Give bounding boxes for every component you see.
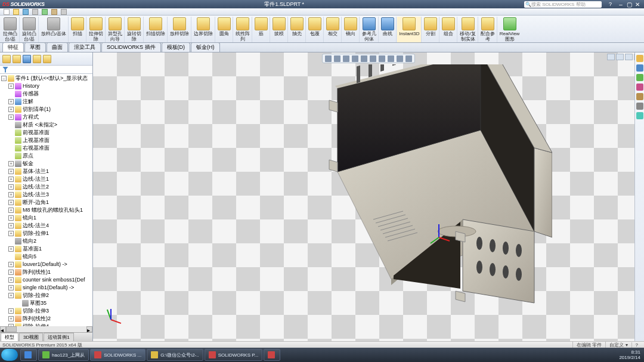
ribbon-圆角[interactable]: 圆角	[216, 17, 233, 42]
tree-item[interactable]: +边线-法兰2	[0, 183, 92, 191]
tree-item[interactable]: 材质 <未指定>	[0, 121, 92, 129]
ribbon-镜向[interactable]: 镜向	[342, 17, 360, 42]
svg-point-12	[516, 244, 522, 257]
tree-item[interactable]: +钣金	[0, 160, 92, 168]
ribbon-异型孔向导[interactable]: 异型孔向导	[106, 17, 125, 42]
status-help[interactable]: ?	[631, 342, 642, 348]
feature-icon	[503, 17, 516, 30]
tree-item[interactable]: +counter sink emboss1(Def	[0, 276, 92, 284]
tab-渲染工具[interactable]: 渲染工具	[69, 42, 101, 52]
tree-item[interactable]: +切除-拉伸1	[0, 230, 92, 237]
task-pane-strip[interactable]	[634, 52, 644, 341]
ribbon-放样凸基体[interactable]: 放样凸/基体	[39, 17, 69, 42]
ribbon-RealView图形[interactable]: RealView图形	[498, 17, 522, 42]
tree-item[interactable]: 传感器	[0, 90, 92, 98]
ribbon-曲线[interactable]: 曲线	[379, 17, 397, 42]
tree-item[interactable]: 镜向5	[0, 253, 92, 261]
tree-item[interactable]: +断开-边角1	[0, 199, 92, 206]
tree-item[interactable]: +注解	[0, 98, 92, 106]
taskbar-app[interactable]: SOLIDWORKS P...	[205, 349, 262, 361]
tree-item[interactable]: 原点	[0, 152, 92, 160]
tab-钣金(H)[interactable]: 钣金(H)	[191, 42, 220, 52]
ribbon-参考几何体[interactable]: 参考几何体	[360, 17, 379, 42]
feature-icon	[424, 17, 437, 30]
tree-item[interactable]: 草图35	[0, 299, 92, 307]
tree-item[interactable]: 镜向2	[0, 237, 92, 245]
tree-filter-bar[interactable]	[0, 66, 92, 74]
start-button[interactable]	[1, 349, 18, 361]
ribbon-筋[interactable]: 筋	[253, 17, 270, 42]
tree-item[interactable]: 右视基准面	[0, 144, 92, 152]
ribbon-分割[interactable]: 分割	[422, 17, 439, 42]
tree-item[interactable]: +M8 螺纹孔的螺纹孔钻头1	[0, 206, 92, 214]
tree-item[interactable]: +阵列(线性)1	[0, 268, 92, 276]
ribbon-扫描[interactable]: 扫描	[69, 17, 86, 42]
ribbon-抽壳[interactable]: 抽壳	[289, 17, 306, 42]
taskbar-app[interactable]	[264, 349, 280, 361]
feature-tree[interactable]: –零件1 (默认<<默认>_显示状态+History传感器+注解+切割清单(1)…	[0, 74, 92, 326]
heads-up-view-toolbar[interactable]	[322, 54, 415, 63]
tree-item[interactable]: +louver1(Default) ->	[0, 261, 92, 268]
window-controls[interactable]: –▢✕	[617, 1, 642, 8]
3d-viewport[interactable]	[93, 52, 644, 341]
ribbon-相交[interactable]: 相交	[324, 17, 342, 42]
tree-item[interactable]: +边线-法兰4	[0, 222, 92, 230]
tree-item[interactable]: +切除-拉伸2	[0, 292, 92, 299]
ribbon-边界切除[interactable]: 边界切除	[192, 17, 215, 42]
tree-tab-模型[interactable]: 模型	[1, 333, 18, 341]
tree-item[interactable]: +single rib1(Default) ->	[0, 284, 92, 292]
tree-item[interactable]: +边线-法兰3	[0, 191, 92, 199]
tree-item[interactable]: +切割清单(1)	[0, 106, 92, 113]
ribbon-组合[interactable]: 组合	[440, 17, 457, 42]
ribbon-包覆[interactable]: 包覆	[306, 17, 324, 42]
ribbon-扫描切除[interactable]: 扫描切除	[144, 17, 168, 42]
windows-taskbar[interactable]: hao123_上网从SOLIDWORKS ...G:\微信公众号\2-..SOL…	[0, 348, 644, 362]
ribbon-线性阵列[interactable]: 线性阵列	[234, 17, 252, 42]
tree-tab-运动算例1[interactable]: 运动算例1	[44, 333, 73, 341]
tree-item[interactable]: +阵列(线性)2	[0, 315, 92, 323]
filter-icon[interactable]	[2, 67, 8, 73]
tab-模板(D)[interactable]: 模板(D)	[162, 42, 191, 52]
ribbon-拔模[interactable]: 拔模	[271, 17, 288, 42]
status-custom[interactable]: 自定义 ▾	[605, 342, 631, 348]
tree-item[interactable]: 前视基准面	[0, 129, 92, 137]
help-icon[interactable]: ?	[609, 1, 612, 7]
taskbar-app[interactable]: SOLIDWORKS ...	[90, 349, 145, 361]
tab-草图[interactable]: 草图	[24, 42, 46, 52]
tree-hscroll[interactable]: ◂▸	[0, 326, 92, 332]
tree-item[interactable]: +基体-法兰1	[0, 168, 92, 175]
ribbon-放样切除[interactable]: 放样切除	[168, 17, 191, 42]
tree-panel-icons[interactable]	[0, 52, 92, 66]
tab-特征[interactable]: 特征	[2, 42, 24, 52]
tree-item[interactable]: +镜向1	[0, 214, 92, 222]
tree-item[interactable]: +基准面1	[0, 245, 92, 253]
orientation-triad[interactable]	[100, 309, 122, 330]
tab-SOLIDWORKS 插件[interactable]: SOLIDWORKS 插件	[101, 42, 161, 52]
ribbon-Instant3D[interactable]: Instant3D	[397, 17, 422, 42]
tree-root[interactable]: –零件1 (默认<<默认>_显示状态	[0, 75, 92, 82]
system-tray[interactable]: 8:31 2019/2/14	[619, 349, 643, 360]
tree-item[interactable]: 上视基准面	[0, 137, 92, 144]
tree-item[interactable]: +切除-拉伸3	[0, 307, 92, 315]
tree-item[interactable]: +方程式	[0, 113, 92, 121]
taskbar-app[interactable]: G:\微信公众号\2-..	[147, 349, 203, 361]
tree-bottom-tabs[interactable]: 模型3D视图运动算例1	[0, 332, 92, 341]
taskbar-app[interactable]: hao123_上网从	[38, 349, 89, 361]
tree-item[interactable]: +History	[0, 82, 92, 90]
prev-view-icon	[343, 55, 349, 62]
tree-item[interactable]: +边线-法兰1	[0, 175, 92, 183]
tree-tab-3D视图[interactable]: 3D视图	[19, 333, 43, 341]
decal-icon	[43, 55, 51, 63]
ribbon-旋转切除[interactable]: 旋转切除	[125, 17, 144, 42]
ribbon-拉伸凸台基[interactable]: 拉伸凸台/基	[1, 17, 20, 42]
help-search-input[interactable]: 🔍 搜索 SOLIDWORKS 帮助	[524, 1, 602, 8]
ribbon-旋转凸台基[interactable]: 旋转凸台/基	[20, 17, 39, 42]
ribbon-移动复制实体[interactable]: 移动/复制实体	[458, 17, 478, 42]
tab-曲面[interactable]: 曲面	[47, 42, 68, 52]
ribbon-配合参考[interactable]: 配合参考	[479, 17, 497, 42]
quick-access-toolbar[interactable]	[0, 8, 644, 16]
ribbon-拉伸切除[interactable]: 拉伸切除	[87, 17, 106, 42]
taskbar-app[interactable]	[20, 349, 37, 361]
svg-point-10	[490, 239, 496, 252]
scene-icon	[388, 55, 394, 62]
